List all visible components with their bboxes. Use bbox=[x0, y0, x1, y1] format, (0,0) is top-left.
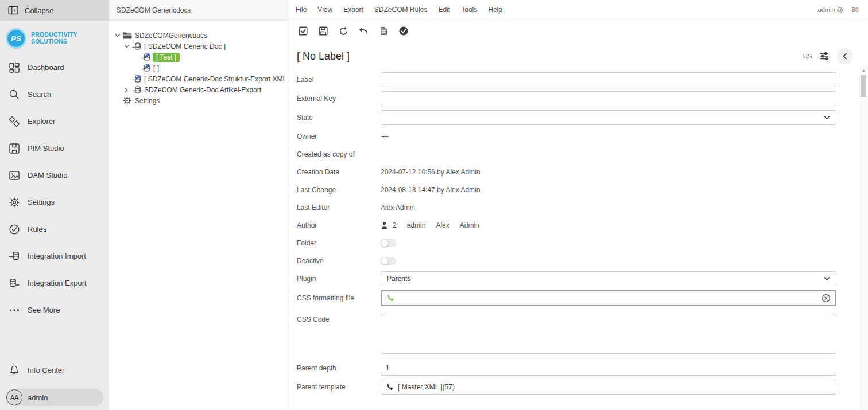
css-formatting-file-input[interactable] bbox=[381, 290, 836, 306]
menu-export[interactable]: Export bbox=[343, 6, 363, 14]
collapse-button[interactable]: Collapse bbox=[0, 0, 109, 21]
copy-document-button[interactable] bbox=[376, 24, 391, 38]
user-name: admin bbox=[28, 393, 48, 402]
chevron-down-icon[interactable] bbox=[124, 44, 132, 48]
folder-open-icon bbox=[123, 32, 134, 40]
scrollbar-thumb[interactable] bbox=[861, 75, 866, 97]
creation-date-value: 2024-07-12 10:56 by Alex Admin bbox=[381, 168, 480, 176]
field-label: Owner bbox=[297, 132, 381, 140]
tree-panel: SDZeCOM Genericdocs SDZeCOMGenericdocs bbox=[109, 0, 288, 410]
tree-panel-title: SDZeCOM Genericdocs bbox=[109, 0, 288, 21]
field-label: Creation Date bbox=[297, 168, 381, 176]
folder-toggle[interactable] bbox=[381, 239, 396, 247]
menu-tools[interactable]: Tools bbox=[461, 6, 477, 14]
tree-node-root[interactable]: SDZeCOMGenericdocs bbox=[109, 30, 288, 41]
author-entry: Alex bbox=[436, 221, 449, 229]
sidebar-item-settings[interactable]: Settings bbox=[0, 189, 109, 216]
logo-text: PRODUCTIVITY SOLUTIONS bbox=[31, 32, 78, 45]
save-button[interactable] bbox=[316, 24, 331, 38]
parent-depth-input[interactable] bbox=[381, 361, 836, 376]
sidebar-item-search[interactable]: Search bbox=[0, 81, 109, 108]
reload-icon bbox=[338, 26, 348, 36]
sidebar-item-pim-studio[interactable]: PIM Studio bbox=[0, 135, 109, 162]
sidebar-item-label: Settings bbox=[28, 198, 55, 206]
toolbar bbox=[288, 22, 868, 40]
locale-label[interactable]: US bbox=[803, 53, 812, 60]
clear-icon[interactable] bbox=[822, 294, 831, 303]
tree-node-empty[interactable]: [ ] bbox=[109, 63, 288, 73]
field-label: Deactive bbox=[297, 257, 381, 265]
sidebar-item-explorer[interactable]: Explorer bbox=[0, 108, 109, 135]
parent-template-input[interactable]: [ Master XML ](57) bbox=[381, 380, 836, 395]
tree-node-settings[interactable]: Settings bbox=[109, 95, 288, 106]
sidebar-item-rules[interactable]: Rules bbox=[0, 216, 109, 243]
author-row[interactable]: 2 admin Alex Admin bbox=[381, 221, 479, 229]
generic-doc-edit-icon bbox=[141, 64, 152, 72]
filter-sliders-icon[interactable] bbox=[819, 51, 830, 61]
sidebar-item-label: Rules bbox=[28, 225, 46, 233]
reload-button[interactable] bbox=[336, 24, 351, 38]
menubar: File View Export SDZeCOM Rules Edit Tool… bbox=[288, 0, 868, 19]
label-input[interactable] bbox=[381, 72, 836, 87]
tree: SDZeCOMGenericdocs [ SDZeCOM Generic Doc… bbox=[109, 21, 288, 106]
sidebar-item-label: DAM Studio bbox=[28, 171, 67, 179]
chevron-down-icon[interactable] bbox=[115, 33, 123, 37]
sidebar-item-label: Integration Import bbox=[28, 252, 86, 260]
person-icon bbox=[381, 221, 388, 229]
last-editor-value: Alex Admin bbox=[381, 204, 415, 212]
sidebar-item-label: See More bbox=[28, 306, 60, 314]
state-select[interactable] bbox=[381, 110, 836, 125]
session-count: 80 bbox=[852, 6, 859, 13]
undo-button[interactable] bbox=[356, 24, 371, 38]
menu-help[interactable]: Help bbox=[488, 6, 502, 14]
menu-view[interactable]: View bbox=[317, 6, 332, 14]
main-panel: File View Export SDZeCOM Rules Edit Tool… bbox=[288, 0, 868, 410]
collapse-panel-button[interactable] bbox=[837, 48, 853, 64]
sidebar-item-integration-export[interactable]: Integration Export bbox=[0, 270, 109, 296]
chevron-down-icon bbox=[824, 276, 830, 281]
collapse-label: Collapse bbox=[25, 6, 54, 15]
sidebar-item-info-center[interactable]: Info Center bbox=[0, 361, 109, 378]
chevron-left-icon bbox=[841, 52, 849, 60]
approve-button[interactable] bbox=[396, 24, 411, 38]
plus-icon bbox=[381, 132, 389, 141]
add-owner-button[interactable] bbox=[381, 132, 389, 141]
tree-node-artikel-export[interactable]: SDZeCOM Generic-Doc Artikel-Export bbox=[109, 84, 288, 95]
search-icon bbox=[9, 89, 20, 100]
menu-sdzecom-rules[interactable]: SDZeCOM Rules bbox=[374, 6, 428, 14]
database-import-icon bbox=[9, 251, 20, 262]
sidebar-item-dam-studio[interactable]: DAM Studio bbox=[0, 162, 109, 189]
vertical-scrollbar[interactable]: ▲ bbox=[859, 66, 868, 410]
session-user-label: admin @ bbox=[818, 6, 843, 13]
field-label: CSS formatting file bbox=[297, 294, 381, 302]
tree-node-test[interactable]: [ Test ] bbox=[109, 52, 288, 63]
field-label: Parent template bbox=[297, 383, 381, 391]
save-all-button[interactable] bbox=[296, 24, 311, 38]
ellipsis-icon bbox=[9, 304, 20, 316]
avatar: AA bbox=[6, 389, 22, 405]
sidebar-item-integration-import[interactable]: Integration Import bbox=[0, 243, 109, 270]
user-menu[interactable]: AA admin bbox=[6, 389, 103, 406]
menu-file[interactable]: File bbox=[296, 6, 307, 14]
tree-node-generic-doc[interactable]: [ SDZeCOM Generic Doc ] bbox=[109, 41, 288, 52]
generic-doc-icon bbox=[132, 42, 143, 50]
detail-form: Label External Key State bbox=[288, 64, 868, 395]
dam-studio-icon bbox=[9, 170, 20, 181]
field-label: Label bbox=[297, 76, 381, 84]
css-code-textarea[interactable] bbox=[381, 313, 836, 354]
bell-icon bbox=[9, 364, 20, 376]
plugin-select[interactable]: Parents bbox=[381, 271, 836, 286]
deactive-toggle[interactable] bbox=[381, 257, 396, 265]
sidebar-item-see-more[interactable]: See More bbox=[0, 296, 109, 323]
scroll-up-arrow[interactable]: ▲ bbox=[859, 66, 868, 74]
chevron-right-icon[interactable] bbox=[124, 87, 132, 93]
external-key-input[interactable] bbox=[381, 91, 836, 106]
sidebar-item-label: Info Center bbox=[28, 366, 64, 374]
tree-node-selected-label: [ Test ] bbox=[153, 53, 180, 62]
sidebar-item-dashboard[interactable]: Dashboard bbox=[0, 54, 109, 81]
menu-edit[interactable]: Edit bbox=[439, 6, 451, 14]
sidebar-item-label: Integration Export bbox=[28, 279, 87, 287]
generic-doc-edit-icon bbox=[132, 75, 143, 83]
sidebar: Collapse PS PRODUCTIVITY SOLUTIONS Dashb… bbox=[0, 0, 109, 410]
tree-node-struktur-export[interactable]: [ SDZeCOM Generic-Doc Struktur-Export XM… bbox=[109, 73, 288, 84]
